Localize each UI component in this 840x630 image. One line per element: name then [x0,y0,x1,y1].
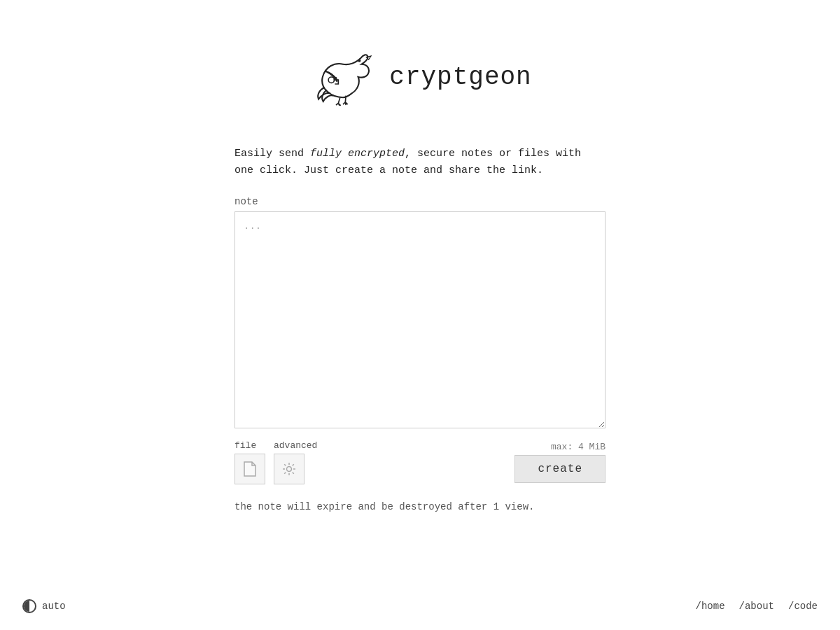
expire-note: the note will expire and be destroyed af… [234,501,606,512]
footer: auto /home /about /code [0,599,840,613]
theme-icon [22,599,36,613]
main-container: cryptgeon Easily send fully encrypted, s… [0,0,840,512]
advanced-section: advanced [274,440,317,484]
svg-point-0 [358,59,361,62]
svg-point-1 [328,77,334,83]
description-italic: fully encrypted [310,148,405,160]
nav-link-about[interactable]: /about [739,601,774,612]
file-upload-button[interactable] [234,454,265,484]
file-label: file [234,440,265,451]
note-label: note [234,196,606,207]
max-size-label: max: 4 MiB [551,442,606,452]
nav-link-home[interactable]: /home [696,601,725,612]
right-controls: max: 4 MiB create [514,442,606,483]
controls-row: file advanced [234,440,606,484]
theme-toggle[interactable]: auto [22,599,66,613]
logo-icon [308,42,378,112]
advanced-button[interactable] [274,454,304,484]
theme-label: auto [42,601,66,612]
nav-links: /home /about /code [696,601,818,612]
create-button[interactable]: create [514,455,606,483]
note-textarea[interactable] [234,211,606,428]
description-prefix: Easily send [234,148,310,160]
description-text: Easily send fully encrypted, secure note… [234,146,606,179]
gear-icon [281,461,297,477]
logo-text: cryptgeon [389,63,531,92]
advanced-label: advanced [274,440,317,451]
nav-link-code[interactable]: /code [788,601,818,612]
content-area: Easily send fully encrypted, secure note… [234,146,606,512]
logo-area: cryptgeon [308,42,531,112]
file-section: file [234,440,265,484]
svg-point-2 [287,467,292,472]
file-icon [243,461,257,477]
